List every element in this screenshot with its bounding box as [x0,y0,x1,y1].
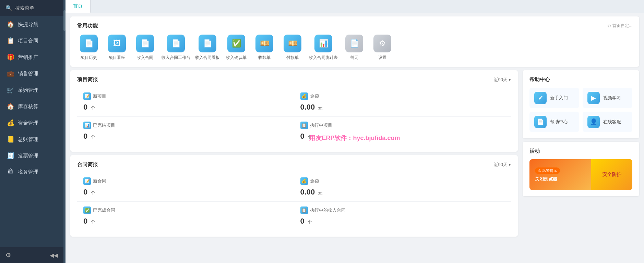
quick-icon-label-income-contract: 收入合同 [137,55,153,61]
contract-report-section: 合同简报 近90天 ▾ 📝 新合同 0 个 💰 金额 [70,155,518,237]
banner-main-text: 关闭浏览器 [535,176,586,182]
stat-value-new-project: 0 个 [83,103,288,112]
sidebar-label-project-contract: 项目合同 [18,38,38,44]
tab-home[interactable]: 首页 [65,0,91,13]
sidebar-item-tax[interactable]: 🏛税务管理 [0,164,63,180]
help-item-beginner[interactable]: ✔ 新手入门 [529,88,579,108]
activity-banner-right: 安全防护 [591,159,632,190]
sidebar-icon-quick-nav: 🏠 [7,21,14,28]
quick-icon-box-income-contract-stats: 📊 [314,35,332,52]
sidebar-item-finance[interactable]: 💰资金管理 [0,115,63,131]
sidebar-icon-inventory: 🏠 [7,103,14,110]
sidebar-item-project-contract[interactable]: 📋项目合同 [0,33,63,49]
help-item-video-learning[interactable]: ▶ 视频学习 [583,88,632,108]
help-icon-beginner: ✔ [534,92,547,104]
sidebar-label-finance: 资金管理 [18,120,38,126]
help-item-online-service[interactable]: 👤 在线客服 [583,112,632,132]
stat-label-text-completed-contract: 已完成合同 [93,207,115,213]
quick-icon-payment[interactable]: 💴 付款单 [281,35,304,61]
quick-icon-settings-icon[interactable]: ⚙ 设置 [371,35,394,61]
quick-icon-project-board[interactable]: 🖼 项目看板 [105,35,129,61]
quick-functions-title: 常用功能 [77,23,98,29]
stat-label-text-in-progress-project: 执行中项目 [310,122,332,128]
sidebar-label-marketing: 营销推广 [18,54,38,61]
quick-icon-receipt[interactable]: 💴 收款单 [253,35,276,61]
stat-label-completed-contract: ✅ 已完成合同 [83,206,288,214]
sidebar-icon-invoice: 🧾 [7,152,14,160]
quick-functions-section: 常用功能 ⚙ 首页自定... 📄 项目历史 🖼 项目看板 📄 收入合同 📄 收入… [70,16,639,67]
sidebar-icon-project-contract: 📋 [7,37,14,45]
stat-label-text-executing-income-contract: 执行中的收入合同 [310,207,346,213]
homepage-customize-link[interactable]: ⚙ 首页自定... [607,23,632,29]
stat-label-text-completed-project: 已完结项目 [93,122,115,128]
quick-icon-income-contract-stats[interactable]: 📊 收入合同统计表 [309,35,338,61]
contract-report-header: 合同简报 近90天 ▾ [77,161,511,168]
stat-label-in-progress-project: 📋 执行中项目 [300,122,505,129]
tab-bar: 首页 [65,0,644,13]
project-report-header: 项目简报 近90天 ▾ [77,76,511,83]
quick-icon-box-settings-icon: ⚙ [373,35,391,52]
sidebar-item-general-ledger[interactable]: 📒总账管理 [0,131,63,148]
sidebar-item-sales[interactable]: 💼销售管理 [0,65,63,82]
quick-icon-project-history[interactable]: 📄 项目历史 [77,35,100,61]
quick-icons-list: 📄 项目历史 🖼 项目看板 📄 收入合同 📄 收入合同工作台 📄 收入合同看板 … [77,35,632,61]
stat-value-completed-contract: 0 个 [83,217,288,226]
stat-item-new-contract: 📝 新合同 0 个 [77,173,294,202]
project-report-period[interactable]: 近90天 ▾ [494,77,511,83]
stat-item-new-project: 📝 新项目 0 个 [77,88,294,117]
stat-label-amount: 💰 金额 [300,177,505,185]
help-icon-online-service: 👤 [587,116,600,128]
sidebar-icon-finance: 💰 [7,119,14,127]
sidebar-search[interactable]: 🔍 搜索菜单 [0,0,63,16]
stat-item-completed-project: 📊 已完结项目 0 个 [77,117,294,146]
search-icon: 🔍 [5,5,12,11]
sidebar-collapse-icon[interactable]: ◀◀ [50,252,58,259]
stat-item-in-progress-project: 📋 执行中项目 0 个 [294,117,511,146]
quick-icon-temp[interactable]: 📄 暂无 [343,35,366,61]
project-report-section: 项目简报 近90天 ▾ 📝 新项目 0 个 💰 金额 [70,70,518,152]
sidebar-nav: 🏠快捷导航📋项目合同🎁营销推广💼销售管理🛒采购管理🏠库存核算💰资金管理📒总账管理… [0,16,63,180]
help-label-beginner: 新手入门 [550,95,568,101]
sidebar-icon-general-ledger: 📒 [7,136,14,143]
stat-label-amount: 💰 金额 [300,92,505,100]
sidebar-label-sales: 销售管理 [18,71,38,77]
stat-label-completed-project: 📊 已完结项目 [83,122,288,129]
sidebar-label-tax: 税务管理 [18,169,38,175]
quick-icon-income-contract[interactable]: 📄 收入合同 [133,35,157,61]
sidebar-item-marketing[interactable]: 🎁营销推广 [0,49,63,65]
quick-icon-box-income-contract: 📄 [136,35,154,52]
quick-icon-label-settings-icon: 设置 [378,55,386,61]
project-report-title: 项目简报 [77,76,98,83]
stat-label-text-new-contract: 新合同 [93,178,106,184]
stat-item-amount: 💰 金额 0.00 元 [294,88,511,117]
stat-icon-in-progress-project: 📋 [300,122,308,129]
main-content: 首页 用友ERP软件：hyc.bjufida.com 常用功能 ⚙ 首页自定..… [65,0,644,263]
stat-label-text-amount: 金额 [310,178,319,184]
sidebar-label-inventory: 库存核算 [18,103,38,110]
stat-label-executing-income-contract: 📋 执行中的收入合同 [300,206,505,214]
activity-banner: ⚠ 温警提示 关闭浏览器 安全防护 [529,159,632,190]
sidebar-item-inventory[interactable]: 🏠库存核算 [0,98,63,115]
contract-report-title: 合同简报 [77,161,98,168]
quick-icon-income-confirmation[interactable]: ✅ 收入确认单 [225,35,248,61]
sidebar-settings-icon[interactable]: ⚙ [5,251,11,259]
quick-icon-income-contract-board[interactable]: 📄 收入合同看板 [195,35,220,61]
sidebar-item-purchase[interactable]: 🛒采购管理 [0,82,63,98]
sidebar-item-quick-nav[interactable]: 🏠快捷导航 [0,16,63,33]
sidebar-icon-purchase: 🛒 [7,86,14,94]
quick-icon-label-receipt: 收款单 [258,55,271,61]
help-center-grid: ✔ 新手入门 ▶ 视频学习 📄 帮助中心 👤 在线客服 [529,88,632,132]
quick-icon-income-contract-workbench[interactable]: 📄 收入合同工作台 [162,35,190,61]
stat-label-new-project: 📝 新项目 [83,92,288,100]
sidebar: 🔍 搜索菜单 🏠快捷导航📋项目合同🎁营销推广💼销售管理🛒采购管理🏠库存核算💰资金… [0,0,63,263]
contract-report-period[interactable]: 近90天 ▾ [494,162,511,168]
stat-item-completed-contract: ✅ 已完成合同 0 个 [77,202,294,230]
sidebar-icon-tax: 🏛 [7,168,14,176]
quick-icon-box-payment: 💴 [284,35,301,52]
help-icon-video-learning: ▶ [587,92,600,104]
help-item-help-center[interactable]: 📄 帮助中心 [529,112,579,132]
contract-stats-grid: 📝 新合同 0 个 💰 金额 0.00 元 ✅ 已完成合同 0 [77,173,511,230]
quick-icon-box-income-contract-workbench: 📄 [167,35,185,52]
activity-banner-left: ⚠ 温警提示 关闭浏览器 [529,163,591,186]
sidebar-item-invoice[interactable]: 🧾发票管理 [0,148,63,164]
